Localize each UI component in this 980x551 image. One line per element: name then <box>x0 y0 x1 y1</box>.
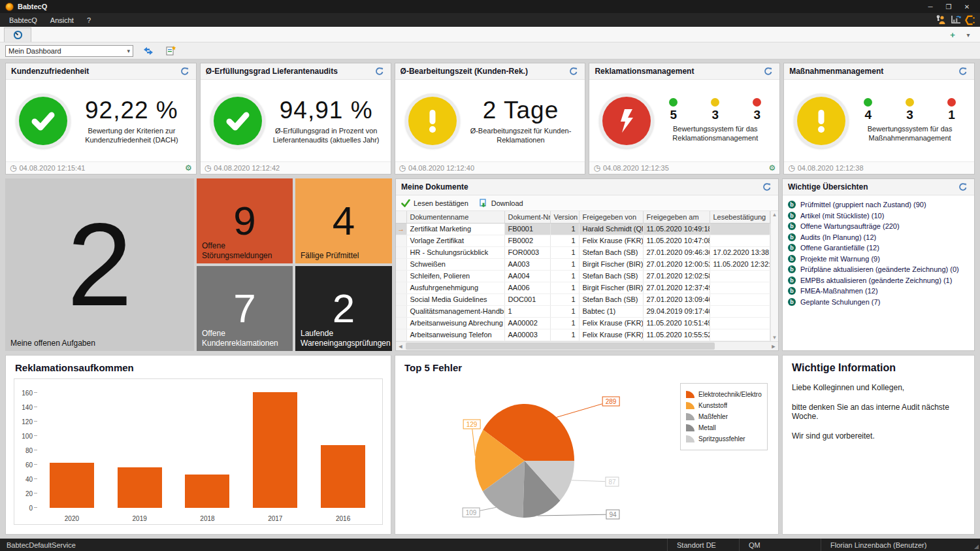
overview-item[interactable]: bOffene Garantiefälle (12) <box>788 242 969 254</box>
settings-icon[interactable]: ⚙ <box>185 163 192 173</box>
add-dashboard-button[interactable]: + <box>945 27 960 42</box>
table-row[interactable]: Arbeitsanweisung TelefonAA000031Felix Kr… <box>396 329 770 341</box>
refresh-icon[interactable] <box>761 181 773 193</box>
tile-kundenreklamationen[interactable]: 7 Offene Kundenreklamationen <box>197 266 293 351</box>
table-cell[interactable]: Vorlage Zertifikat <box>406 235 504 246</box>
scrollbar-thumb[interactable] <box>406 342 715 350</box>
overview-item[interactable]: bEMPBs aktualisieren (geänderte Zeichnun… <box>788 275 969 286</box>
table-cell[interactable]: Schleifen, Polieren <box>406 270 504 282</box>
table-cell[interactable]: 1 <box>550 270 579 282</box>
table-cell[interactable]: AA006 <box>504 282 550 293</box>
column-header[interactable]: Freigegeben von <box>579 211 643 223</box>
tile-faellige-pruefmittel[interactable]: 4 Fällige Prüfmittel <box>295 178 392 263</box>
table-row[interactable]: Social Media GuidelinesDOC0011Stefan Bac… <box>396 293 770 305</box>
column-header[interactable]: Version <box>550 211 579 223</box>
table-cell[interactable]: 1 <box>550 293 579 305</box>
minimize-button[interactable]: ─ <box>921 1 939 12</box>
download-button[interactable]: Download <box>479 199 523 208</box>
table-row[interactable]: →Zertifikat MarketingFB00011Harald Schmi… <box>396 223 770 235</box>
dashboard-select[interactable]: Mein Dashboard ▾ <box>5 45 133 57</box>
table-row[interactable]: HR - SchulungsrückblickFOR00031Stefan Ba… <box>396 246 770 258</box>
table-cell[interactable]: FOR0003 <box>504 246 550 258</box>
table-cell[interactable]: 27.01.2020 12:02:58 <box>643 270 710 282</box>
resize-grip[interactable]: ◢ <box>971 539 980 551</box>
table-row[interactable]: Arbeitsanweisung AbrechungAA000021Felix … <box>396 317 770 329</box>
overview-item[interactable]: bAudits (In Planung) (12) <box>788 232 969 243</box>
table-cell[interactable]: 1 <box>550 317 579 329</box>
table-cell[interactable]: 27.01.2020 12:00:52 <box>643 258 710 270</box>
table-row[interactable]: Vorlage ZertifikatFB00021Felix Krause (F… <box>396 235 770 246</box>
column-header[interactable]: Dokument-Nr. <box>504 211 550 223</box>
restore-button[interactable]: ❐ <box>939 1 958 12</box>
table-cell[interactable]: 1 <box>504 305 550 317</box>
table-cell[interactable]: Babtec (1) <box>579 305 643 317</box>
table-cell[interactable]: Felix Krause (FKR) <box>579 235 643 246</box>
table-cell[interactable]: 11.05.2020 10:49:18 <box>643 223 710 235</box>
table-cell[interactable] <box>710 223 770 235</box>
table-cell[interactable]: AA00002 <box>504 317 550 329</box>
table-cell[interactable]: Stefan Bach (SB) <box>579 293 643 305</box>
new-dashboard-icon[interactable] <box>163 44 178 58</box>
overview-item[interactable]: bArtikel (mit Stückliste) (10) <box>788 210 969 222</box>
tile-wareneingangspruefungen[interactable]: 2 Laufende Wareneingangsprüfungen <box>295 266 392 351</box>
table-cell[interactable]: 1 <box>550 235 579 246</box>
menu-ansicht[interactable]: Ansicht <box>44 13 80 27</box>
tile-offene-aufgaben[interactable]: 2 Meine offenen Aufgaben <box>5 178 194 351</box>
table-cell[interactable]: 29.04.2019 09:17:40 <box>643 305 710 317</box>
table-cell[interactable]: AA003 <box>504 258 550 270</box>
table-cell[interactable]: Zertifikat Marketing <box>406 223 504 235</box>
overview-item[interactable]: bProjekte mit Warnung (9) <box>788 254 969 265</box>
table-cell[interactable]: Felix Krause (FKR) <box>579 317 643 329</box>
scroll-left-icon[interactable]: ◄ <box>396 343 405 350</box>
tile-stoerungsmeldungen[interactable]: 9 Offene Störungsmeldungen <box>197 178 293 263</box>
column-header[interactable]: Lesebestätigung <box>710 211 770 223</box>
overview-item[interactable]: bOffene Wartungsaufträge (220) <box>788 221 969 232</box>
table-cell[interactable]: Stefan Bach (SB) <box>579 246 643 258</box>
table-cell[interactable]: AA00003 <box>504 329 550 341</box>
tab-list-dropdown[interactable]: ▾ <box>960 27 976 42</box>
refresh-icon[interactable] <box>568 65 580 77</box>
table-cell[interactable]: 27.01.2020 13:09:46 <box>643 293 710 305</box>
table-row[interactable]: SchweißenAA0031Birgit Fischer (BIR)27.01… <box>396 258 770 270</box>
table-cell[interactable]: 27.01.2020 12:37:49 <box>643 282 710 293</box>
refresh-dashboard-icon[interactable] <box>141 44 155 58</box>
overview-item[interactable]: bFMEA-Maßnahmen (12) <box>788 286 969 297</box>
table-cell[interactable] <box>710 317 770 329</box>
table-cell[interactable]: 1 <box>550 246 579 258</box>
table-cell[interactable]: HR - Schulungsrückblick <box>406 246 504 258</box>
table-row[interactable]: AusfuhrgenehmigungAA0061Birgit Fischer (… <box>396 282 770 293</box>
table-cell[interactable]: 27.01.2020 09:46:36 <box>643 246 710 258</box>
overview-item[interactable]: bPrüfmittel (gruppiert nach Zustand) (90… <box>788 199 969 210</box>
table-cell[interactable] <box>710 329 770 341</box>
confirm-read-button[interactable]: Lesen bestätigen <box>401 199 468 207</box>
settings-icon[interactable]: ⚙ <box>768 163 776 173</box>
menu-babtecq[interactable]: BabtecQ <box>3 13 44 27</box>
table-cell[interactable]: FB0002 <box>504 235 550 246</box>
babtecq-logo-icon[interactable] <box>963 14 977 26</box>
refresh-icon[interactable] <box>957 65 969 77</box>
table-cell[interactable]: Qualitätsmanagement-Handbuch <box>406 305 504 317</box>
table-cell[interactable]: 1 <box>550 329 579 341</box>
table-cell[interactable]: 11.05.2020 10:55:52 <box>643 329 710 341</box>
overview-item[interactable]: bGeplante Schulungen (7) <box>788 297 969 308</box>
table-row[interactable]: Schleifen, PolierenAA0041Stefan Bach (SB… <box>396 270 770 282</box>
chart-refresh-icon[interactable] <box>949 14 963 26</box>
table-cell[interactable]: Harald Schmidt (QM) <box>579 223 643 235</box>
table-cell[interactable]: AA004 <box>504 270 550 282</box>
table-cell[interactable]: Birgit Fischer (BIR) <box>579 258 643 270</box>
table-cell[interactable]: Schweißen <box>406 258 504 270</box>
menu-help[interactable]: ? <box>80 13 97 27</box>
table-cell[interactable]: 1 <box>550 305 579 317</box>
refresh-icon[interactable] <box>374 65 385 77</box>
table-cell[interactable]: 17.02.2020 13:38:0 <box>710 246 770 258</box>
user-key-icon[interactable] <box>934 14 949 26</box>
table-cell[interactable] <box>710 270 770 282</box>
table-cell[interactable]: Social Media Guidelines <box>406 293 504 305</box>
refresh-icon[interactable] <box>762 65 774 77</box>
tab-dashboard[interactable] <box>4 27 31 42</box>
table-cell[interactable]: 11.05.2020 10:47:08 <box>643 235 710 246</box>
table-cell[interactable] <box>710 235 770 246</box>
table-row[interactable]: Qualitätsmanagement-Handbuch11Babtec (1)… <box>396 305 770 317</box>
table-cell[interactable]: 1 <box>550 223 579 235</box>
scroll-right-icon[interactable]: ► <box>769 343 778 350</box>
